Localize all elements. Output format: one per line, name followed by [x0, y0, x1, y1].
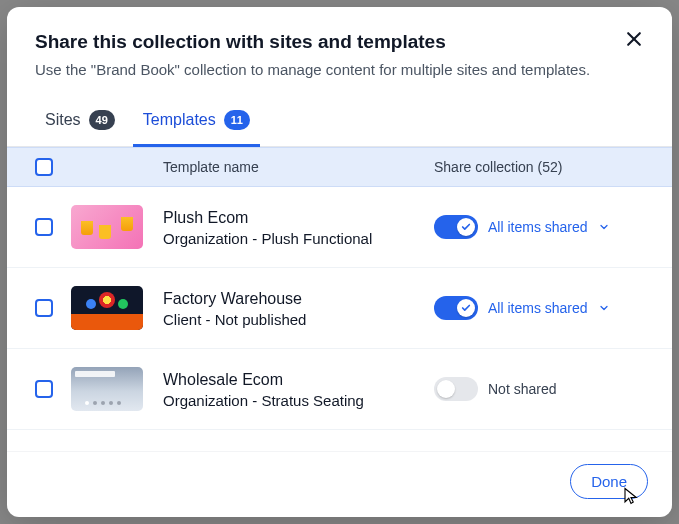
tabs: Sites 49 Templates 11	[7, 96, 672, 147]
chevron-down-icon[interactable]	[598, 302, 610, 314]
tab-templates-label: Templates	[143, 111, 216, 129]
modal-title: Share this collection with sites and tem…	[35, 31, 644, 53]
template-thumbnail	[71, 367, 143, 411]
template-subtitle: Organization - Stratus Seating	[163, 392, 434, 409]
modal-footer: Done	[7, 451, 672, 517]
row-checkbox[interactable]	[35, 299, 53, 317]
table-row: Factory Warehouse Client - Not published…	[7, 268, 672, 349]
share-toggle[interactable]	[434, 377, 478, 401]
tab-sites-count: 49	[89, 110, 115, 130]
tab-templates-count: 11	[224, 110, 250, 130]
chevron-down-icon[interactable]	[598, 221, 610, 233]
share-toggle[interactable]	[434, 296, 478, 320]
template-name: Factory Warehouse	[163, 288, 434, 310]
row-checkbox[interactable]	[35, 380, 53, 398]
share-status-label[interactable]: All items shared	[488, 300, 588, 316]
tab-templates[interactable]: Templates 11	[133, 96, 260, 147]
modal-header: Share this collection with sites and tem…	[7, 7, 672, 96]
table-row: Wholesale Ecom Organization - Stratus Se…	[7, 349, 672, 430]
share-status-label[interactable]: All items shared	[488, 219, 588, 235]
row-checkbox[interactable]	[35, 218, 53, 236]
share-collection-modal: Share this collection with sites and tem…	[7, 7, 672, 517]
table-header: Template name Share collection (52)	[7, 147, 672, 187]
select-all-checkbox[interactable]	[35, 158, 53, 176]
table-row: Plush Ecom Organization - Plush Function…	[7, 187, 672, 268]
template-subtitle: Organization - Plush Functional	[163, 230, 434, 247]
tab-sites-label: Sites	[45, 111, 81, 129]
template-subtitle: Client - Not published	[163, 311, 434, 328]
template-name: Plush Ecom	[163, 207, 434, 229]
modal-subtitle: Use the "Brand Book" collection to manag…	[35, 59, 644, 80]
share-toggle[interactable]	[434, 215, 478, 239]
share-status-label: Not shared	[488, 381, 556, 397]
column-template-name: Template name	[163, 159, 434, 175]
done-button[interactable]: Done	[570, 464, 648, 499]
template-thumbnail	[71, 286, 143, 330]
close-icon	[624, 29, 644, 49]
template-name: Wholesale Ecom	[163, 369, 434, 391]
template-rows: Plush Ecom Organization - Plush Function…	[7, 187, 672, 451]
template-thumbnail	[71, 205, 143, 249]
column-share-collection: Share collection (52)	[434, 159, 644, 175]
close-button[interactable]	[624, 29, 648, 53]
tab-sites[interactable]: Sites 49	[35, 96, 125, 147]
